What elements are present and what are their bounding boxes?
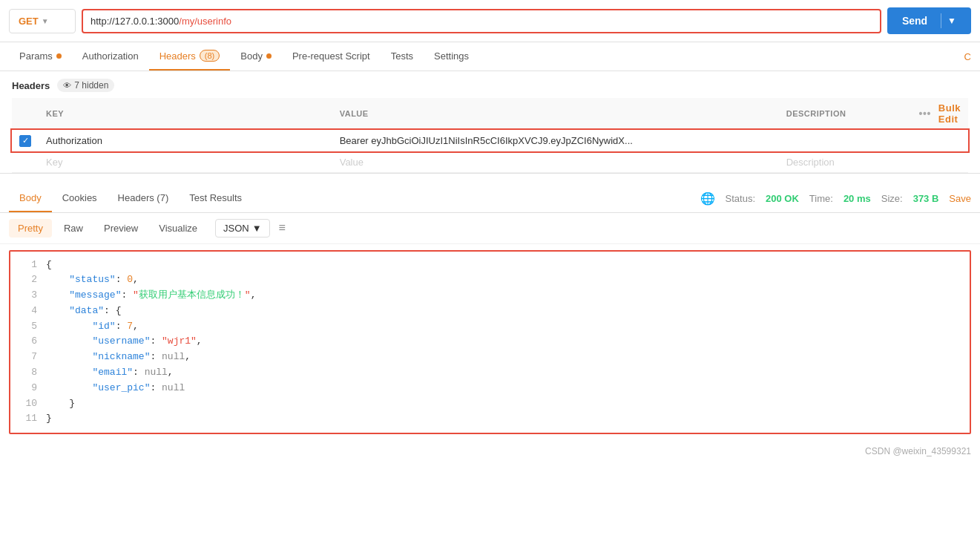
send-button[interactable]: Send ▼ xyxy=(887,7,971,34)
table-row-empty: Key Value Description xyxy=(12,151,968,172)
response-tab-headers-label: Headers (7) xyxy=(118,192,169,203)
hidden-badge[interactable]: 👁 7 hidden xyxy=(57,79,114,92)
tab-authorization[interactable]: Authorization xyxy=(72,43,149,71)
status-value: 200 OK xyxy=(766,193,799,204)
headers-table: KEY VALUE DESCRIPTION ••• Bulk Edit ✓ Au… xyxy=(12,98,968,173)
response-tab-body-label: Body xyxy=(19,192,42,203)
table-row: ✓ Authorization Bearer eyJhbGciOiJIUzI1N… xyxy=(12,130,968,152)
row-checkbox-cell[interactable]: ✓ xyxy=(12,130,39,152)
view-tab-preview[interactable]: Preview xyxy=(95,219,147,238)
tab-settings-label: Settings xyxy=(434,50,469,62)
line-number: 7 xyxy=(16,350,37,365)
row-description-cell[interactable] xyxy=(779,130,912,152)
send-label: Send xyxy=(902,15,935,27)
response-section: Body Cookies Headers (7) Test Results 🌐 … xyxy=(0,185,980,435)
empty-row-value[interactable]: Value xyxy=(332,151,779,172)
line-number: 3 xyxy=(16,288,37,304)
json-line-1: 1 { xyxy=(10,258,970,273)
row-value-cell[interactable]: Bearer eyJhbGciOiJIUzI1NiIsInR5cCI6IkpXV… xyxy=(332,130,779,152)
desc-placeholder: Description xyxy=(786,157,835,168)
value-placeholder: Value xyxy=(340,157,364,168)
line-number: 9 xyxy=(16,381,37,396)
url-input-display[interactable]: http://127.0.0.1:3000/my/userinfo xyxy=(82,9,881,33)
line-number: 8 xyxy=(16,365,37,381)
eye-icon: 👁 xyxy=(63,81,71,90)
response-tab-cookies[interactable]: Cookies xyxy=(52,185,108,212)
tab-pre-request-script[interactable]: Pre-request Script xyxy=(282,43,381,71)
url-bar: GET ▼ http://127.0.0.1:3000/my/userinfo … xyxy=(0,0,980,42)
tab-tests-label: Tests xyxy=(391,50,413,62)
chevron-down-icon: ▼ xyxy=(947,16,956,26)
json-line-7: 7 "nickname": null, xyxy=(10,350,970,365)
json-line-5: 5 "id": 7, xyxy=(10,319,970,335)
method-select[interactable]: GET ▼ xyxy=(9,9,76,33)
response-tab-headers[interactable]: Headers (7) xyxy=(108,185,180,212)
view-tab-pretty-label: Pretty xyxy=(18,223,43,234)
format-chevron-icon: ▼ xyxy=(252,223,262,234)
format-select[interactable]: JSON ▼ xyxy=(215,219,270,238)
json-line-4: 4 "data": { xyxy=(10,304,970,319)
json-content: "status": 0, xyxy=(46,272,139,288)
view-tab-visualize[interactable]: Visualize xyxy=(150,219,206,238)
tab-params[interactable]: Params xyxy=(9,43,72,71)
wrap-icon[interactable]: ≡ xyxy=(279,221,286,235)
line-number: 5 xyxy=(16,319,37,335)
time-value: 20 ms xyxy=(843,193,871,204)
status-label: Status: xyxy=(726,193,755,204)
params-dot xyxy=(56,53,62,59)
line-number: 10 xyxy=(16,396,37,412)
row-value: Bearer eyJhbGciOiJIUzI1NiIsInR5cCI6IkpXV… xyxy=(340,135,633,146)
save-button[interactable]: Save xyxy=(949,193,971,204)
json-line-6: 6 "username": "wjr1", xyxy=(10,334,970,350)
view-tab-pretty[interactable]: Pretty xyxy=(9,219,52,238)
tab-headers-label: Headers xyxy=(160,50,196,62)
line-number: 4 xyxy=(16,304,37,319)
watermark: CSDN @weixin_43599321 xyxy=(0,440,980,462)
hidden-count: 7 hidden xyxy=(74,80,108,91)
cookies-link[interactable]: C xyxy=(964,51,971,62)
url-path: /my/userinfo xyxy=(179,16,231,27)
checkbox-checked-icon[interactable]: ✓ xyxy=(19,135,31,147)
json-brace-close: } xyxy=(46,411,52,427)
response-tab-cookies-label: Cookies xyxy=(62,192,97,203)
json-content: "message": "获取用户基本信息成功！", xyxy=(46,288,256,304)
json-output: 1 { 2 "status": 0, 3 "message": "获取用户基本信… xyxy=(9,250,971,435)
response-tab-body[interactable]: Body xyxy=(9,185,52,212)
json-line-2: 2 "status": 0, xyxy=(10,272,970,288)
tab-settings[interactable]: Settings xyxy=(424,43,479,71)
request-tabs: Params Authorization Headers (8) Body Pr… xyxy=(0,42,980,71)
col-header-key: KEY xyxy=(39,98,332,130)
empty-row-key[interactable]: Key xyxy=(39,151,332,172)
empty-row-description[interactable]: Description xyxy=(779,151,912,172)
row-key-cell[interactable]: Authorization xyxy=(39,130,332,152)
json-line-8: 8 "email": null, xyxy=(10,365,970,381)
json-line-9: 9 "user_pic": null xyxy=(10,381,970,396)
format-label: JSON xyxy=(223,223,249,234)
json-content: } xyxy=(46,396,75,412)
view-tab-raw-label: Raw xyxy=(64,223,83,234)
headers-section: Headers 👁 7 hidden KEY VALUE DESCRIPTION… xyxy=(0,71,980,174)
tab-body-label: Body xyxy=(240,50,263,62)
col-header-description: DESCRIPTION xyxy=(779,98,912,130)
time-label: Time: xyxy=(809,193,833,204)
view-tab-visualize-label: Visualize xyxy=(159,223,197,234)
chevron-down-icon: ▼ xyxy=(42,17,49,25)
bulk-edit-button[interactable]: Bulk Edit xyxy=(938,102,961,125)
send-divider xyxy=(941,13,941,28)
json-content: "nickname": null, xyxy=(46,350,191,365)
col-header-value: VALUE xyxy=(332,98,779,130)
more-options-icon[interactable]: ••• xyxy=(919,108,931,119)
view-tab-raw[interactable]: Raw xyxy=(55,219,92,238)
tab-headers[interactable]: Headers (8) xyxy=(149,42,231,71)
line-number: 2 xyxy=(16,272,37,288)
globe-icon: 🌐 xyxy=(700,191,715,206)
cookies-link-label: C xyxy=(964,51,971,62)
view-tabs-row: Pretty Raw Preview Visualize JSON ▼ ≡ xyxy=(0,213,980,244)
json-content: "username": "wjr1", xyxy=(46,334,203,350)
view-tab-preview-label: Preview xyxy=(104,223,138,234)
response-meta: 🌐 Status: 200 OK Time: 20 ms Size: 373 B… xyxy=(700,191,971,206)
tab-body[interactable]: Body xyxy=(230,43,282,71)
tab-tests[interactable]: Tests xyxy=(381,43,424,71)
response-tab-test-results[interactable]: Test Results xyxy=(179,185,252,212)
json-content: "data": { xyxy=(46,304,121,319)
